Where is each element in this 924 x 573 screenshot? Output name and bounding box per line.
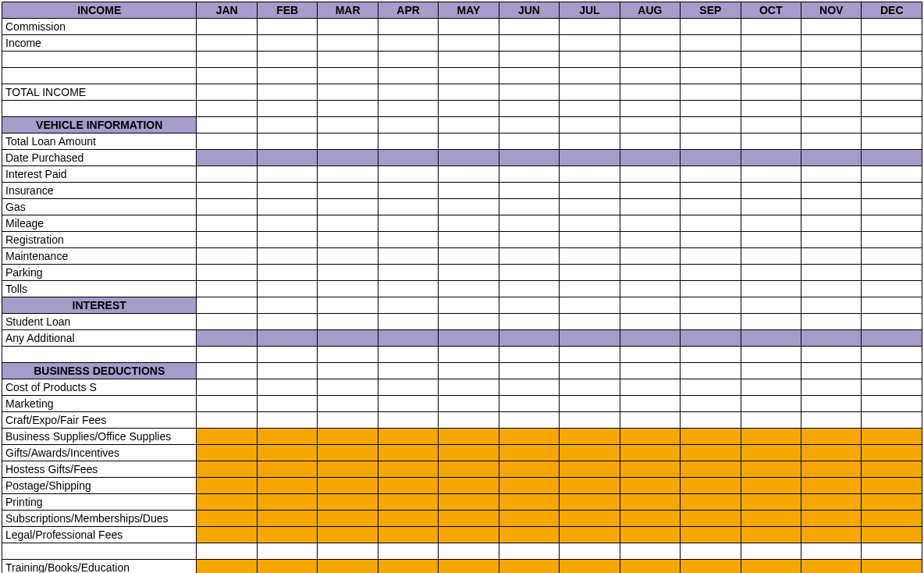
cell[interactable] — [197, 183, 257, 199]
cell[interactable] — [560, 101, 620, 117]
cell[interactable] — [560, 445, 620, 461]
cell[interactable] — [257, 445, 317, 461]
cell[interactable] — [499, 347, 559, 363]
row-label[interactable]: Maintenance — [2, 248, 197, 265]
cell[interactable] — [318, 166, 378, 183]
cell[interactable] — [499, 429, 559, 445]
cell[interactable] — [560, 68, 620, 84]
cell[interactable] — [499, 117, 559, 133]
row-label[interactable]: Craft/Expo/Fair Fees — [2, 412, 197, 429]
cell[interactable] — [318, 560, 378, 574]
cell[interactable] — [560, 314, 620, 330]
cell[interactable] — [318, 248, 378, 265]
cell[interactable] — [741, 150, 801, 166]
cell[interactable] — [681, 511, 741, 527]
row-label[interactable] — [2, 52, 197, 68]
cell[interactable] — [681, 347, 741, 363]
cell[interactable] — [862, 19, 922, 35]
cell[interactable] — [439, 215, 499, 232]
cell[interactable] — [197, 478, 257, 494]
row-label[interactable]: Business Supplies/Office Supplies — [2, 429, 197, 445]
cell[interactable] — [620, 166, 680, 183]
cell[interactable] — [257, 232, 317, 248]
cell[interactable] — [801, 314, 862, 330]
cell[interactable] — [862, 183, 922, 199]
cell[interactable] — [681, 68, 741, 84]
cell[interactable] — [620, 183, 680, 199]
cell[interactable] — [439, 68, 499, 84]
cell[interactable] — [801, 527, 862, 543]
cell[interactable] — [801, 511, 862, 527]
cell[interactable] — [378, 461, 438, 478]
cell[interactable] — [801, 396, 862, 412]
cell[interactable] — [197, 199, 257, 215]
cell[interactable] — [801, 166, 862, 183]
cell[interactable] — [620, 215, 680, 232]
cell[interactable] — [499, 445, 559, 461]
cell[interactable] — [197, 347, 257, 363]
cell[interactable] — [499, 478, 559, 494]
cell[interactable] — [257, 281, 317, 297]
cell[interactable] — [801, 68, 862, 84]
cell[interactable] — [741, 527, 801, 543]
cell[interactable] — [197, 363, 257, 379]
cell[interactable] — [862, 133, 922, 150]
cell[interactable] — [620, 461, 680, 478]
cell[interactable] — [801, 347, 862, 363]
cell[interactable] — [801, 101, 862, 117]
cell[interactable] — [560, 560, 620, 574]
cell[interactable] — [499, 330, 559, 347]
cell[interactable] — [862, 429, 922, 445]
cell[interactable] — [499, 314, 559, 330]
cell[interactable] — [620, 527, 680, 543]
cell[interactable] — [741, 133, 801, 150]
cell[interactable] — [681, 281, 741, 297]
cell[interactable] — [681, 314, 741, 330]
cell[interactable] — [439, 52, 499, 68]
row-label[interactable]: VEHICLE INFORMATION — [2, 117, 197, 133]
cell[interactable] — [560, 412, 620, 429]
cell[interactable] — [620, 248, 680, 265]
cell[interactable] — [741, 35, 801, 52]
cell[interactable] — [318, 281, 378, 297]
cell[interactable] — [741, 166, 801, 183]
cell[interactable] — [862, 363, 922, 379]
cell[interactable] — [197, 101, 257, 117]
cell[interactable] — [197, 379, 257, 396]
cell[interactable] — [197, 265, 257, 281]
cell[interactable] — [439, 199, 499, 215]
cell[interactable] — [741, 478, 801, 494]
cell[interactable] — [439, 150, 499, 166]
cell[interactable] — [620, 19, 680, 35]
row-label[interactable]: Interest Paid — [2, 166, 197, 183]
cell[interactable] — [197, 117, 257, 133]
cell[interactable] — [560, 543, 620, 560]
cell[interactable] — [681, 52, 741, 68]
cell[interactable] — [681, 248, 741, 265]
cell[interactable] — [499, 511, 559, 527]
cell[interactable] — [741, 265, 801, 281]
cell[interactable] — [318, 265, 378, 281]
cell[interactable] — [741, 68, 801, 84]
cell[interactable] — [560, 363, 620, 379]
cell[interactable] — [681, 412, 741, 429]
cell[interactable] — [801, 52, 862, 68]
cell[interactable] — [741, 297, 801, 314]
cell[interactable] — [862, 330, 922, 347]
cell[interactable] — [560, 199, 620, 215]
cell[interactable] — [197, 511, 257, 527]
cell[interactable] — [741, 19, 801, 35]
cell[interactable] — [862, 314, 922, 330]
cell[interactable] — [620, 347, 680, 363]
cell[interactable] — [197, 330, 257, 347]
cell[interactable] — [439, 429, 499, 445]
cell[interactable] — [197, 232, 257, 248]
cell[interactable] — [318, 379, 378, 396]
cell[interactable] — [318, 232, 378, 248]
cell[interactable] — [620, 232, 680, 248]
cell[interactable] — [741, 445, 801, 461]
cell[interactable] — [801, 461, 862, 478]
cell[interactable] — [862, 52, 922, 68]
cell[interactable] — [257, 117, 317, 133]
cell[interactable] — [741, 84, 801, 101]
